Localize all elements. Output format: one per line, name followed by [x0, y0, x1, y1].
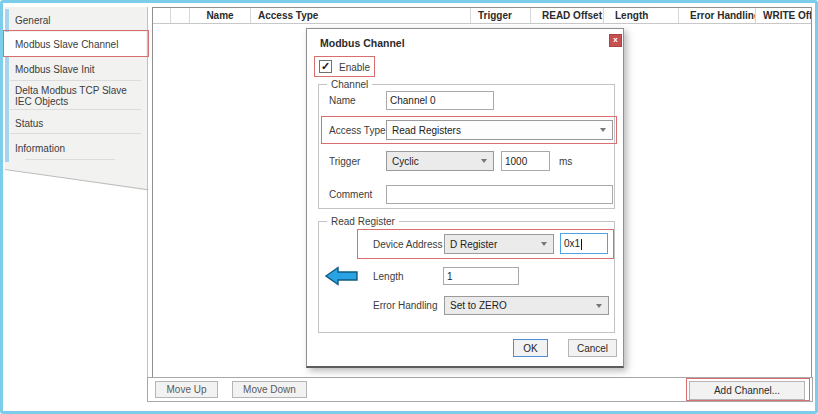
- chevron-down-icon: [481, 159, 487, 163]
- add-channel-button[interactable]: Add Channel...: [689, 381, 805, 400]
- sidebar-item-information[interactable]: Information: [9, 135, 143, 161]
- sidebar-item-label: Status: [15, 118, 43, 129]
- move-up-button[interactable]: Move Up: [155, 381, 218, 398]
- length-input[interactable]: [443, 267, 519, 285]
- device-type-value: D Register: [450, 239, 497, 250]
- sidebar-item-modbus-slave-channel[interactable]: Modbus Slave Channel: [5, 32, 146, 56]
- name-label: Name: [329, 95, 356, 106]
- error-handling-value: Set to ZERO: [450, 300, 507, 311]
- length-label: Length: [373, 271, 404, 282]
- trigger-dropdown[interactable]: Cyclic: [386, 151, 494, 171]
- name-input[interactable]: [386, 91, 494, 110]
- close-icon[interactable]: x: [609, 34, 622, 47]
- sidebar-item-modbus-slave-init[interactable]: Modbus Slave Init: [9, 57, 143, 81]
- chevron-down-icon: [596, 304, 602, 308]
- sidebar-separator: [10, 133, 141, 134]
- trigger-label: Trigger: [329, 156, 360, 167]
- modbus-channel-dialog: Modbus Channel x ✓ Enable Channel Name A…: [306, 28, 624, 368]
- checkmark-icon: ✓: [321, 60, 330, 72]
- blue-arrow-icon: [325, 266, 358, 286]
- column-header-error-handling: Error Handling: [679, 8, 756, 23]
- column-header: [153, 8, 171, 23]
- column-header: [171, 8, 190, 23]
- table-header-row: Name Access Type Trigger READ Offset Len…: [153, 8, 811, 24]
- column-header-trigger: Trigger: [471, 8, 531, 23]
- text-cursor: [581, 239, 582, 250]
- device-address-value: 0x1: [564, 238, 580, 249]
- access-type-label: Access Type: [329, 125, 386, 136]
- column-header-write-offset: WRITE Offset: [756, 8, 811, 23]
- sidebar-item-label: Modbus Slave Channel: [15, 39, 118, 50]
- comment-label: Comment: [329, 189, 372, 200]
- enable-checkbox[interactable]: ✓: [319, 60, 332, 73]
- sidebar-item-delta-modbus-tcp-slave-iec-objects[interactable]: Delta Modbus TCP Slave IEC Objects: [9, 81, 143, 111]
- dialog-title: Modbus Channel: [320, 37, 405, 49]
- column-header-access-type: Access Type: [251, 8, 471, 23]
- device-type-dropdown[interactable]: D Register: [444, 234, 554, 254]
- sidebar-item-label: Modbus Slave Init: [15, 64, 95, 75]
- sidebar-separator: [25, 159, 115, 160]
- sidebar-item-label: Delta Modbus TCP Slave IEC Objects: [15, 85, 143, 107]
- trigger-value: Cyclic: [392, 156, 419, 167]
- chevron-down-icon: [600, 128, 606, 132]
- enable-label: Enable: [339, 62, 370, 73]
- sidebar-item-general[interactable]: General: [9, 8, 143, 32]
- read-register-groupbox-title: Read Register: [327, 216, 399, 227]
- column-header-length: Length: [604, 8, 679, 23]
- sidebar-right-border: [147, 7, 148, 377]
- column-header-name: Name: [190, 8, 251, 23]
- ok-button[interactable]: OK: [513, 339, 548, 357]
- error-handling-label: Error Handling: [373, 300, 437, 311]
- sidebar-separator: [10, 109, 141, 110]
- trigger-interval-input[interactable]: [501, 151, 550, 171]
- sidebar-separator: [10, 80, 141, 81]
- cancel-button[interactable]: Cancel: [568, 339, 617, 357]
- device-address-input[interactable]: 0x1: [560, 233, 608, 254]
- sidebar-item-status[interactable]: Status: [9, 111, 143, 135]
- sidebar-item-label: General: [15, 15, 51, 26]
- device-editor-window: General Modbus Slave Channel Modbus Slav…: [0, 0, 818, 414]
- sidebar-item-label: Information: [15, 143, 65, 154]
- column-header-read-offset: READ Offset: [531, 8, 604, 23]
- table-footer-bar: Move Up Move Down Add Channel...: [147, 377, 813, 402]
- access-type-value: Read Registers: [392, 125, 461, 136]
- access-type-dropdown[interactable]: Read Registers: [386, 120, 613, 140]
- chevron-down-icon: [541, 242, 547, 246]
- device-address-label: Device Address: [373, 239, 442, 250]
- trigger-unit-label: ms: [559, 156, 572, 167]
- move-down-button[interactable]: Move Down: [232, 381, 307, 398]
- channel-groupbox-title: Channel: [327, 79, 372, 90]
- comment-input[interactable]: [386, 185, 613, 204]
- error-handling-dropdown[interactable]: Set to ZERO: [444, 296, 609, 315]
